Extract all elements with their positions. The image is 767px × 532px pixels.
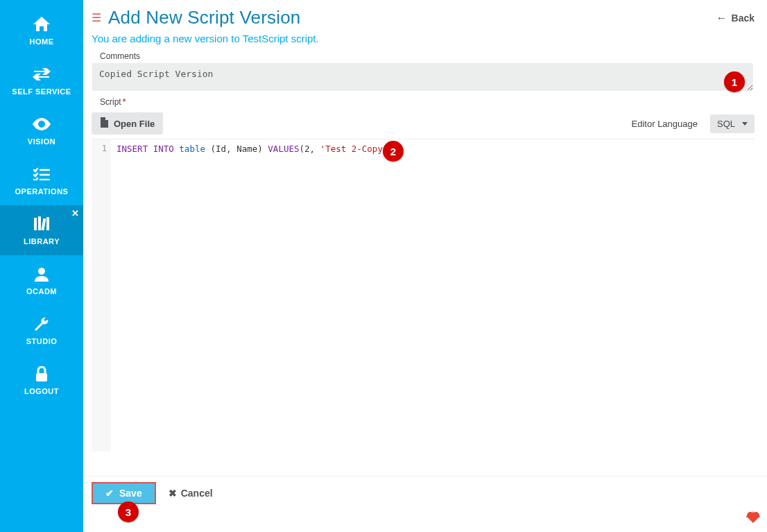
back-button[interactable]: ← Back bbox=[716, 12, 755, 24]
sidebar-item-vision[interactable]: VISION bbox=[0, 105, 83, 155]
heartbeat-icon[interactable] bbox=[746, 510, 760, 526]
file-icon bbox=[100, 117, 108, 130]
cancel-button[interactable]: ✖ Cancel bbox=[169, 488, 213, 499]
home-icon bbox=[33, 15, 51, 33]
arrow-left-icon: ← bbox=[716, 12, 727, 24]
editor-language-label: Editor Language bbox=[632, 119, 698, 129]
save-label: Save bbox=[119, 488, 142, 499]
comments-input[interactable]: Copied Script Version bbox=[92, 63, 753, 91]
action-bar: ✔ Save ✖ Cancel 3 bbox=[83, 476, 767, 532]
sidebar-item-operations[interactable]: OPERATIONS bbox=[0, 155, 83, 205]
check-icon: ✔ bbox=[105, 488, 114, 499]
sidebar-item-label: LIBRARY bbox=[24, 237, 60, 246]
svg-rect-1 bbox=[38, 216, 41, 230]
open-file-button[interactable]: Open File bbox=[92, 112, 163, 135]
sidebar-item-studio[interactable]: STUDIO bbox=[0, 305, 83, 355]
save-button[interactable]: ✔ Save bbox=[92, 482, 156, 504]
sidebar-item-library[interactable]: ✕ LIBRARY bbox=[0, 205, 83, 255]
user-icon bbox=[34, 265, 49, 283]
svg-rect-0 bbox=[34, 218, 37, 230]
back-label: Back bbox=[732, 12, 755, 24]
code-area[interactable]: INSERT INTO table (Id, Name) VALUES(2, '… bbox=[111, 139, 755, 452]
sidebar-item-logout[interactable]: LOGOUT bbox=[0, 355, 83, 405]
eye-icon bbox=[32, 115, 51, 133]
sidebar-item-label: OPERATIONS bbox=[15, 187, 69, 196]
menu-icon[interactable]: ☰ bbox=[92, 11, 101, 24]
wrench-icon bbox=[34, 315, 49, 333]
sidebar-item-label: STUDIO bbox=[26, 337, 58, 345]
sidebar-item-label: LOGOUT bbox=[24, 387, 59, 395]
scrollable-content[interactable]: ☰ Add New Script Version ← Back You are … bbox=[83, 0, 767, 476]
page-subtitle: You are adding a new version to TestScri… bbox=[92, 33, 755, 44]
sidebar-item-label: HOME bbox=[30, 37, 54, 46]
language-value: SQL bbox=[717, 119, 735, 129]
page-title: Add New Script Version bbox=[108, 7, 301, 28]
list-check-icon bbox=[33, 165, 50, 183]
lock-icon bbox=[35, 365, 49, 383]
svg-rect-3 bbox=[46, 217, 49, 230]
editor-gutter: 1 bbox=[92, 139, 111, 452]
sidebar-item-label: OCADM bbox=[26, 287, 57, 295]
sidebar-item-home[interactable]: HOME bbox=[0, 6, 83, 55]
close-icon[interactable]: ✕ bbox=[71, 208, 79, 218]
sidebar-item-self-service[interactable]: SELF SERVICE bbox=[0, 55, 83, 105]
swap-icon bbox=[33, 65, 51, 83]
main-area: ☰ Add New Script Version ← Back You are … bbox=[83, 0, 767, 532]
svg-point-4 bbox=[38, 268, 45, 275]
svg-rect-2 bbox=[41, 218, 46, 230]
sidebar-item-ocadm[interactable]: OCADM bbox=[0, 255, 83, 305]
callout-3: 3 bbox=[118, 501, 139, 522]
svg-rect-5 bbox=[36, 373, 47, 381]
close-icon: ✖ bbox=[169, 488, 177, 499]
books-icon bbox=[33, 215, 51, 233]
code-editor[interactable]: 1 INSERT INTO table (Id, Name) VALUES(2,… bbox=[92, 139, 755, 452]
language-select[interactable]: SQL bbox=[710, 114, 755, 133]
script-label: Script bbox=[100, 97, 121, 107]
sidebar-item-label: SELF SERVICE bbox=[12, 87, 71, 96]
chevron-down-icon bbox=[742, 122, 748, 126]
sidebar: HOME SELF SERVICE VISION OPERATIONS ✕ LI… bbox=[0, 0, 83, 532]
sidebar-item-label: VISION bbox=[28, 137, 55, 146]
open-file-label: Open File bbox=[114, 119, 155, 129]
comments-label: Comments bbox=[100, 51, 755, 61]
required-star: * bbox=[123, 97, 126, 107]
cancel-label: Cancel bbox=[181, 488, 213, 499]
